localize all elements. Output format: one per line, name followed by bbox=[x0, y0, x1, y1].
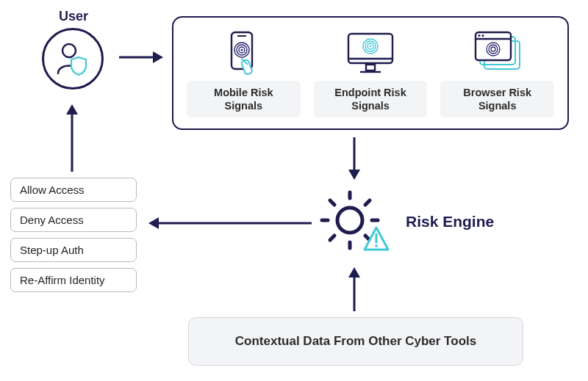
mobile-fingerprint-icon bbox=[221, 29, 265, 76]
signal-endpoint-label: Endpoint Risk Signals bbox=[314, 81, 428, 117]
risk-engine-icon bbox=[318, 188, 391, 261]
arrow-engine-to-actions bbox=[144, 214, 313, 232]
svg-point-8 bbox=[241, 49, 243, 51]
svg-point-39 bbox=[375, 244, 378, 247]
risk-signals-group: Mobile Risk Signals Endpoint Risk Signal… bbox=[172, 16, 569, 130]
svg-marker-45 bbox=[348, 267, 360, 277]
user-label: User bbox=[59, 9, 88, 24]
action-deny-access: Deny Access bbox=[10, 208, 137, 232]
arrow-actions-to-user bbox=[63, 100, 81, 173]
signal-browser: Browser Risk Signals bbox=[440, 28, 554, 118]
arrow-signals-to-engine bbox=[345, 136, 363, 183]
signal-mobile-label: Mobile Risk Signals bbox=[187, 81, 301, 117]
browser-fingerprint-icon bbox=[470, 29, 526, 76]
svg-line-34 bbox=[365, 200, 370, 205]
svg-line-35 bbox=[330, 236, 334, 240]
signal-browser-label: Browser Risk Signals bbox=[440, 81, 554, 117]
svg-marker-28 bbox=[348, 170, 360, 180]
svg-marker-43 bbox=[66, 104, 78, 115]
svg-point-0 bbox=[62, 44, 76, 57]
monitor-fingerprint-icon bbox=[343, 29, 398, 76]
svg-marker-41 bbox=[148, 217, 159, 229]
outcome-actions-list: Allow Access Deny Access Step-up Auth Re… bbox=[10, 178, 137, 292]
svg-line-36 bbox=[330, 200, 334, 205]
gear-alert-icon bbox=[318, 188, 391, 258]
risk-engine-label: Risk Engine bbox=[406, 213, 494, 231]
svg-marker-2 bbox=[153, 51, 163, 63]
action-allow-access: Allow Access bbox=[10, 178, 137, 202]
svg-point-22 bbox=[478, 35, 480, 37]
user-avatar bbox=[42, 28, 104, 90]
signal-mobile: Mobile Risk Signals bbox=[187, 28, 301, 118]
contextual-data-label: Contextual Data From Other Cyber Tools bbox=[235, 334, 476, 349]
action-step-up-auth: Step-up Auth bbox=[10, 238, 137, 262]
signal-endpoint: Endpoint Risk Signals bbox=[314, 28, 428, 118]
svg-point-29 bbox=[337, 208, 362, 233]
svg-rect-12 bbox=[366, 65, 375, 70]
action-reaffirm-identity: Re-Affirm Identity bbox=[10, 268, 137, 292]
svg-point-17 bbox=[370, 46, 372, 48]
svg-point-23 bbox=[481, 35, 484, 37]
arrow-context-to-engine bbox=[345, 264, 363, 313]
arrow-user-to-signals bbox=[118, 48, 165, 66]
user-shield-icon bbox=[52, 38, 93, 79]
contextual-data-box: Contextual Data From Other Cyber Tools bbox=[188, 317, 523, 366]
